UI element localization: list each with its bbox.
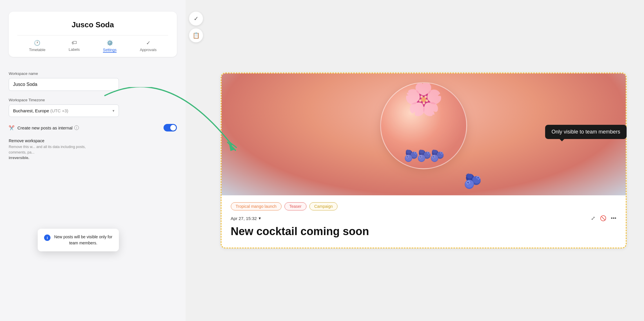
internal-posts-field: ✂️ Create new posts as internal i	[9, 124, 177, 131]
tag-tropical[interactable]: Tropical mango launch	[231, 202, 282, 210]
internal-posts-toggle-row: ✂️ Create new posts as internal i	[9, 124, 177, 131]
internal-posts-label: Create new posts as internal i	[17, 125, 79, 130]
tooltip-popup: i New posts will be visible only for tea…	[38, 229, 119, 251]
tabs-bar: 🕐 Timetable 🏷 Labels ⚙️ Settings ✓ Appro…	[17, 35, 168, 57]
settings-icon: ⚙️	[107, 40, 113, 46]
approvals-icon: ✓	[146, 40, 150, 46]
more-options-icon[interactable]: •••	[611, 215, 616, 221]
scissor-icon: ✂️	[9, 125, 14, 131]
workspace-title: Jusco Soda	[17, 20, 168, 29]
timetable-icon: 🕐	[34, 40, 40, 46]
post-title: New cocktail coming soon	[231, 225, 616, 238]
doc-icon: 📋	[193, 32, 200, 39]
tooltip-text: New posts will be visible only for team …	[54, 234, 113, 246]
post-body: Tropical mango launch Teaser Campaign Ap…	[222, 195, 626, 248]
doc-button[interactable]: 📋	[189, 28, 203, 42]
tab-settings[interactable]: ⚙️ Settings	[100, 38, 119, 54]
timezone-value: Bucharest, Europe (UTC +3)	[13, 108, 68, 113]
workspace-name-label: Workspace name	[9, 71, 177, 76]
timezone-field: Workspace Timezone Bucharest, Europe (UT…	[9, 98, 177, 117]
chevron-down-icon: ▾	[259, 216, 261, 221]
settings-label: Settings	[103, 48, 117, 53]
approvals-label: Approvals	[140, 48, 157, 52]
left-panel: ✓ 📋 Jusco Soda 🕐 Timetable 🏷 Labels ⚙️ S…	[0, 0, 186, 321]
post-date[interactable]: Apr 27, 15:32 ▾	[231, 216, 261, 221]
only-visible-tooltip: Only visible to team members	[545, 125, 627, 139]
check-icon: ✓	[194, 15, 199, 22]
eye-slash-icon[interactable]: 🚫	[600, 215, 606, 221]
remove-workspace-title: Remove workspace	[9, 138, 177, 143]
right-panel: 🌸 🫐🫐🫐 🫐 Tropical mango launch Teaser Cam…	[186, 0, 644, 321]
info-circle-icon: i	[44, 235, 50, 241]
timezone-label: Workspace Timezone	[9, 98, 177, 102]
remove-workspace-section: Remove workspace Remove this w... and al…	[9, 138, 177, 160]
post-actions: ⤢ 🚫 •••	[591, 215, 616, 221]
tab-timetable[interactable]: 🕐 Timetable	[26, 38, 48, 54]
expand-icon[interactable]: ⤢	[591, 215, 595, 221]
timezone-select[interactable]: Bucharest, Europe (UTC +3) ▾	[9, 104, 119, 117]
timezone-utc: (UTC +3)	[50, 108, 68, 113]
post-card: 🌸 🫐🫐🫐 🫐 Tropical mango launch Teaser Cam…	[221, 73, 627, 248]
labels-icon: 🏷	[72, 40, 77, 46]
timetable-label: Timetable	[29, 48, 46, 52]
tag-campaign[interactable]: Campaign	[309, 202, 338, 210]
chevron-down-icon: ▾	[113, 109, 115, 113]
internal-posts-toggle[interactable]	[164, 124, 177, 131]
tab-labels[interactable]: 🏷 Labels	[66, 38, 83, 54]
settings-content: Workspace name Workspace Timezone Buchar…	[0, 63, 186, 169]
post-meta: Apr 27, 15:32 ▾ ⤢ 🚫 •••	[231, 215, 616, 221]
workspace-card: Jusco Soda 🕐 Timetable 🏷 Labels ⚙️ Setti…	[9, 12, 177, 57]
check-button[interactable]: ✓	[189, 12, 203, 26]
sidebar-icons: ✓ 📋	[189, 12, 203, 42]
info-icon[interactable]: i	[74, 125, 79, 130]
workspace-name-input[interactable]	[9, 78, 119, 91]
tag-teaser[interactable]: Teaser	[284, 202, 306, 210]
labels-label: Labels	[69, 47, 80, 52]
workspace-name-field: Workspace name	[9, 71, 177, 91]
post-tags: Tropical mango launch Teaser Campaign	[231, 202, 616, 210]
tab-approvals[interactable]: ✓ Approvals	[137, 38, 159, 54]
remove-workspace-desc: Remove this w... and all its data includ…	[9, 144, 177, 160]
